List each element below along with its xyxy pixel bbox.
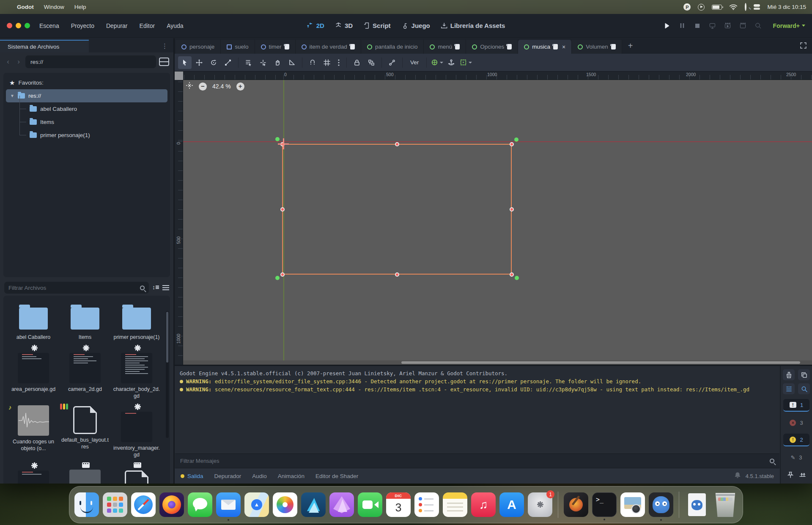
file-folder-primer-personaje[interactable]: primer personaje(1) (111, 302, 162, 341)
menu-escena[interactable]: Escena (39, 22, 59, 29)
selected-node-rect[interactable] (282, 144, 512, 275)
canvas-hscroll-thumb[interactable] (401, 361, 800, 364)
dock-options-icon[interactable]: ⋮ (156, 42, 173, 52)
workspace-2d[interactable]: 2D (307, 22, 324, 29)
dock-terminal[interactable]: >_ (592, 492, 617, 517)
dock-launchpad[interactable] (103, 492, 127, 517)
dock-photos[interactable] (273, 492, 297, 517)
pin-panel-icon[interactable] (787, 472, 793, 480)
dock-music[interactable]: ♫ (471, 492, 496, 517)
file-inventory-manager-gd[interactable]: inventory_manager.gd (111, 404, 162, 458)
menu-editor[interactable]: Editor (140, 22, 155, 29)
notifications-bell-icon[interactable] (735, 472, 741, 480)
chevron-down-icon[interactable]: ▼ (10, 93, 14, 98)
rotation-handle[interactable] (515, 276, 519, 280)
resize-handle-left[interactable] (280, 207, 285, 212)
history-back-icon[interactable]: ‹ (4, 58, 12, 66)
bottom-tab-salida[interactable]: Salida (181, 473, 203, 479)
canvas-viewport[interactable]: 0 500 1000 1500 2000 2500 0 500 1000 (175, 71, 812, 365)
resize-handle-br[interactable] (510, 272, 514, 277)
expand-panel-icon[interactable] (799, 472, 806, 480)
close-window-button[interactable] (7, 23, 12, 28)
dock-safari[interactable] (131, 492, 156, 517)
scene-tab-suelo[interactable]: suelo (221, 40, 255, 54)
output-console[interactable]: Godot Engine v4.5.1.stable.official (c) … (175, 366, 780, 454)
skeleton-options-button[interactable] (385, 56, 399, 69)
toggle-alerts[interactable]: ! 1 (783, 399, 809, 412)
menu-depurar[interactable]: Depurar (106, 22, 128, 29)
filter-files-input[interactable]: Filtrar Archivos (4, 282, 149, 294)
play-button[interactable] (662, 21, 672, 30)
scene-tab-pantalla-de-inicio[interactable]: pantalla de inicio (361, 40, 424, 54)
dock-reminders[interactable] (414, 492, 439, 517)
workspace-3d[interactable]: 3D (335, 22, 353, 29)
dock-garageband[interactable] (564, 492, 588, 517)
tree-favorites[interactable]: ★ Favoritos: (5, 76, 168, 89)
rotation-handle[interactable] (275, 137, 280, 141)
focus-selection-button[interactable] (430, 56, 444, 69)
pause-button[interactable] (678, 21, 687, 30)
dock-calendar[interactable]: DIC 3 (386, 492, 411, 517)
scene-tab-personaje[interactable]: personaje (176, 40, 221, 54)
split-mode-icon[interactable] (159, 58, 169, 66)
zoom-window-button[interactable] (25, 23, 30, 28)
resize-handle-bottom[interactable] (395, 272, 399, 277)
file-cuando-coges-audio[interactable]: ♪ Cuando coges un objeto (o... (8, 404, 59, 458)
menubar-item-help[interactable]: Help (74, 4, 86, 10)
battery-icon[interactable] (712, 5, 722, 10)
center-view-icon[interactable] (186, 82, 193, 91)
dock-system-settings[interactable]: 1 (528, 492, 552, 517)
toggle-edits[interactable]: ✎ 3 (783, 451, 809, 464)
workspace-asset-library[interactable]: Librería de Assets (441, 22, 505, 29)
close-tab-icon[interactable]: × (562, 44, 565, 50)
file-camera-2d-gd[interactable]: camera_2d.gd (59, 345, 111, 399)
scene-tab-opciones[interactable]: Opciones (466, 40, 518, 54)
resize-handle-tr[interactable] (510, 142, 514, 146)
dock-maps[interactable] (244, 492, 269, 517)
toggle-errors[interactable]: × 3 (783, 416, 809, 429)
move-tool-button[interactable] (192, 56, 206, 69)
toggle-warnings[interactable]: ! 2 (783, 434, 809, 446)
ruler-tool-button[interactable] (285, 56, 299, 69)
profiler-button[interactable] (754, 21, 763, 30)
minimize-window-button[interactable] (16, 23, 21, 28)
menubar-clock[interactable]: Mié 3 dic 10:15 (767, 4, 806, 10)
file-area-personaje-gd[interactable]: area_personaje.gd (8, 345, 59, 399)
dock-godot[interactable] (649, 492, 673, 517)
movie-writer-button[interactable] (723, 21, 732, 30)
zoom-level[interactable]: 42.4 % (212, 83, 231, 90)
select-tool-button[interactable] (178, 56, 192, 69)
clear-output-button[interactable] (783, 369, 795, 380)
rotation-handle[interactable] (514, 137, 518, 142)
remote-debug-button[interactable] (708, 21, 717, 30)
container-sizing-button[interactable] (459, 56, 472, 69)
distraction-free-icon[interactable] (800, 42, 807, 51)
history-forward-icon[interactable]: › (15, 58, 22, 66)
tree-item-abel-caballero[interactable]: abel Caballero (5, 102, 168, 115)
scene-tab-menu[interactable]: menú (424, 40, 466, 54)
spotlight-icon[interactable] (745, 4, 746, 10)
scale-tool-button[interactable] (221, 56, 235, 69)
tab-filesystem[interactable]: Sistema de Archivos (0, 40, 89, 52)
dock-messages[interactable] (188, 492, 212, 517)
smart-snap-button[interactable] (306, 56, 319, 69)
new-scene-tab-button[interactable]: + (622, 41, 639, 51)
rotate-tool-button[interactable] (207, 56, 220, 69)
menubar-item-window[interactable]: Window (44, 4, 64, 10)
file-folder-items[interactable]: Items (59, 302, 111, 341)
resize-handle-right[interactable] (510, 207, 514, 212)
sort-files-icon[interactable] (152, 285, 159, 291)
file-partial-script[interactable] (8, 462, 59, 484)
renderer-selector[interactable]: Forward+ (773, 22, 805, 29)
list-view-icon[interactable] (162, 285, 169, 290)
movie-frame-button[interactable] (738, 21, 748, 30)
playback-status-icon[interactable] (698, 4, 705, 11)
file-default-bus-layout-tres[interactable]: default_bus_layout.tres (59, 404, 111, 458)
bottom-tab-audio[interactable]: Audio (252, 473, 267, 479)
snap-options-icon[interactable] (335, 56, 343, 69)
lock-selection-button[interactable] (350, 56, 364, 69)
group-selection-button[interactable] (365, 56, 378, 69)
file-character-body-2d-gd[interactable]: character_body_2d.gd (111, 345, 162, 399)
dock-affinity-photo[interactable] (329, 492, 354, 517)
scene-tab-volumen[interactable]: Volumen (572, 40, 622, 54)
